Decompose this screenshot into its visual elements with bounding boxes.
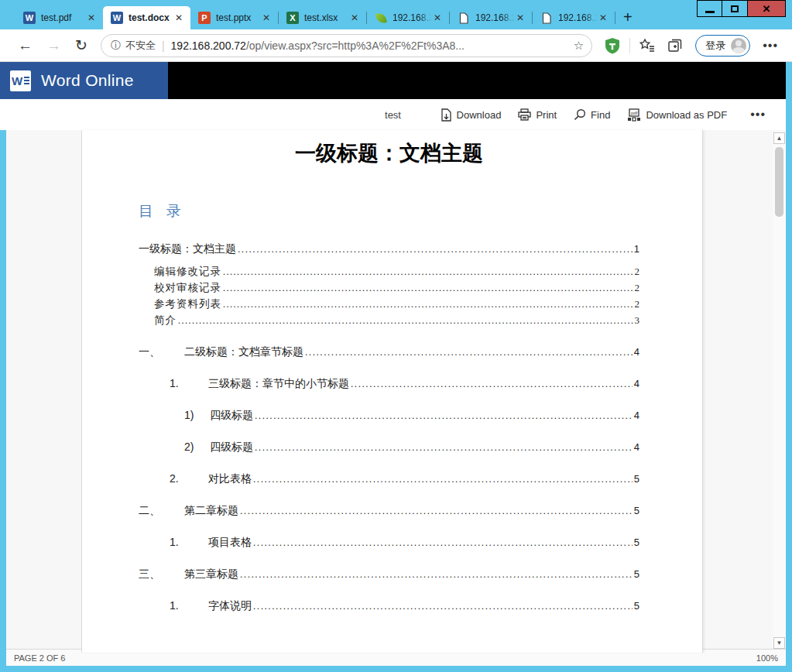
document-title: 一级标题：文档主题	[139, 139, 639, 167]
scroll-up-button[interactable]: ▲	[773, 132, 785, 144]
dot-leader: ........................................…	[178, 313, 633, 329]
print-icon	[518, 108, 531, 121]
close-icon[interactable]: ✕	[431, 11, 444, 25]
sign-in-button[interactable]: 登录	[695, 35, 750, 57]
toc-page-number: 3	[635, 312, 640, 328]
dot-leader: ........................................…	[255, 440, 633, 456]
word-online-brand: W Word Online	[0, 62, 168, 99]
dot-leader: ........................................…	[305, 345, 633, 361]
dot-leader: ........................................…	[351, 376, 633, 393]
navigation-bar: ← → ↻ ⓘ 不安全 | 192.168.200.72/op/view.asp…	[0, 29, 792, 62]
minimize-icon	[705, 11, 715, 13]
find-button[interactable]: Find	[574, 108, 610, 121]
toc-page-number: 5	[634, 502, 639, 519]
toc-page-number: 2	[635, 279, 640, 296]
close-icon[interactable]: ✕	[597, 11, 609, 25]
tab-192-168-2-c[interactable]: 192.168.2 ✕	[533, 6, 615, 29]
tab-title: 192.168.2	[393, 12, 431, 23]
toc-entry[interactable]: 校对审核记录 .................................…	[154, 279, 639, 296]
close-icon[interactable]: ✕	[85, 11, 98, 25]
dot-leader: ........................................…	[223, 264, 633, 280]
tab-strip: W test.pdf ✕ W test.docx ✕ P test.pptx ✕…	[15, 6, 640, 29]
toc-entry[interactable]: 简介 .....................................…	[154, 312, 639, 328]
dot-leader: ........................................…	[255, 408, 633, 424]
toc-page-number: 5	[634, 471, 639, 487]
dot-leader: ........................................…	[238, 242, 633, 258]
collections-icon[interactable]	[667, 38, 683, 53]
close-icon[interactable]: ✕	[348, 11, 361, 25]
browser-menu-button[interactable]: •••	[756, 39, 784, 53]
sign-in-label: 登录	[705, 39, 725, 53]
document-area: 一级标题：文档主题 目 录 一级标题：文档主题 ................…	[6, 130, 786, 649]
scrollbar-thumb[interactable]	[775, 147, 783, 217]
toc-entry[interactable]: 1. 三级标题：章节中的小节标题 .......................…	[170, 375, 639, 392]
toc-entry[interactable]: 1. 项目表格 ................................…	[170, 534, 639, 550]
forward-button[interactable]: →	[39, 36, 68, 56]
download-as-pdf-button[interactable]: pdf Download as PDF	[627, 108, 727, 122]
close-icon[interactable]: ✕	[173, 11, 185, 25]
document-page: 一级标题：文档主题 目 录 一级标题：文档主题 ................…	[81, 130, 703, 653]
back-button[interactable]: ←	[11, 36, 39, 56]
brand-name: Word Online	[41, 71, 134, 90]
minimize-button[interactable]	[697, 0, 722, 17]
tab-test-pdf[interactable]: W test.pdf ✕	[15, 6, 103, 29]
document-toolbar: test Download Print	[0, 99, 786, 130]
toc-entry[interactable]: 2) 四级标题 ................................…	[184, 439, 639, 455]
toc-page-number: 2	[635, 263, 640, 279]
close-window-button[interactable]: ✕	[748, 0, 786, 17]
download-button[interactable]: Download	[441, 108, 502, 122]
toc-page-number: 5	[634, 598, 639, 614]
dot-leader: ........................................…	[223, 297, 633, 313]
word-icon: W	[23, 12, 36, 24]
address-bar[interactable]: ⓘ 不安全 | 192.168.200.72/op/view.aspx?src=…	[101, 34, 592, 57]
tab-test-xlsx[interactable]: X test.xlsx ✕	[279, 6, 366, 29]
tab-192-168-2-b[interactable]: 192.168.2 ✕	[450, 6, 532, 29]
adblock-shield-icon[interactable]	[605, 37, 620, 54]
toolbar-more-button[interactable]: •••	[744, 108, 772, 122]
url-path: /op/view.aspx?src=http%3A%2F%2Ft%3A8...	[246, 39, 465, 52]
dot-leader: ........................................…	[240, 503, 633, 519]
tab-title: 192.168.2	[475, 12, 514, 23]
toc-entry[interactable]: 编辑修改记录 .................................…	[154, 263, 639, 279]
search-icon	[574, 108, 586, 121]
toolbar-actions: Download Print Find	[441, 108, 772, 122]
toc-entry[interactable]: 一、 二级标题：文档章节标题 .........................…	[139, 344, 639, 360]
tab-test-docx[interactable]: W test.docx ✕	[103, 6, 190, 29]
toc-page-number: 5	[634, 566, 639, 582]
tab-title: test.docx	[129, 12, 173, 23]
new-tab-button[interactable]: +	[615, 9, 640, 29]
url-host: 192.168.200.72	[171, 39, 246, 52]
toc-entry[interactable]: 三、 第三章标题 ...............................…	[139, 566, 639, 582]
toc-page-number: 4	[634, 375, 639, 392]
toc-entry[interactable]: 2. 对比表格 ................................…	[170, 471, 639, 487]
close-icon[interactable]: ✕	[514, 11, 526, 25]
tab-test-pptx[interactable]: P test.pptx ✕	[190, 6, 278, 29]
favorites-bar-icon[interactable]	[639, 38, 655, 53]
maximize-button[interactable]	[722, 0, 748, 17]
maximize-icon	[731, 5, 739, 12]
toc-entry[interactable]: 1. 字体说明 ................................…	[170, 598, 639, 614]
pdf-icon: pdf	[627, 108, 641, 122]
excel-icon: X	[286, 12, 299, 24]
toolbar-divider	[629, 38, 630, 53]
print-button[interactable]: Print	[518, 108, 557, 121]
toc-entry[interactable]: 一级标题：文档主题 ..............................…	[139, 241, 639, 257]
dot-leader: ........................................…	[253, 471, 633, 488]
window-border	[0, 666, 792, 672]
toc-entry[interactable]: 1) 四级标题 ................................…	[184, 407, 639, 423]
dot-leader: ........................................…	[223, 280, 633, 297]
refresh-button[interactable]: ↻	[68, 35, 94, 56]
url-text: 192.168.200.72/op/view.aspx?src=http%3A%…	[171, 39, 567, 52]
tab-192-168-2-a[interactable]: 192.168.2 ✕	[367, 6, 449, 29]
document-name: test	[385, 109, 401, 121]
scroll-down-button[interactable]: ▼	[773, 637, 785, 649]
favorite-star-icon[interactable]: ☆	[574, 39, 584, 53]
close-icon[interactable]: ✕	[260, 11, 273, 25]
zoom-level: 100%	[756, 653, 778, 663]
toc-page-number: 4	[634, 439, 639, 455]
vertical-scrollbar[interactable]: ▲ ▼	[773, 132, 786, 649]
svg-text:pdf: pdf	[631, 111, 638, 115]
toc-page-number: 4	[634, 344, 639, 360]
toc-entry[interactable]: 二、 第二章标题 ...............................…	[139, 502, 639, 519]
toc-entry[interactable]: 参考资料列表 .................................…	[154, 296, 639, 312]
